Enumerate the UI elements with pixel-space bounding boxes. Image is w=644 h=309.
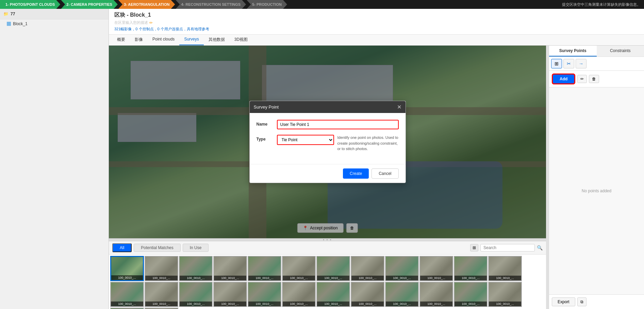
copy-button[interactable]: ⧉ <box>577 297 587 306</box>
photo-thumb-r2-10[interactable]: 100_0010_... <box>419 282 453 307</box>
photo-strip-area: All Potential Matches In Use ⊞ 🔍 <box>109 241 546 309</box>
photo-label-8: 100_0010_... <box>351 276 384 280</box>
scissor-button[interactable]: ✂ <box>563 59 574 68</box>
photo-label-12: 100_0010_... <box>489 276 521 280</box>
strip-tab-all[interactable]: All <box>112 243 132 252</box>
tab-otherdata[interactable]: 其他数据 <box>204 35 230 45</box>
photo-label-4: 100_0010_... <box>214 276 246 280</box>
cancel-button[interactable]: Cancel <box>371 168 398 179</box>
tab-overview[interactable]: 概要 <box>112 35 130 45</box>
sidebar-header: 📁 77 <box>0 9 109 19</box>
scissors-icon: ✂ <box>567 61 571 66</box>
block-title: 区块 - Block_1 <box>114 12 639 19</box>
trash-small-icon: 🗑 <box>592 77 596 81</box>
search-icon: 🔍 <box>537 245 543 250</box>
photo-thumb-4[interactable]: 100_0010_... <box>213 256 247 281</box>
arrow-icon: → <box>579 61 583 66</box>
nav-step-1[interactable]: 1- PHOTOS/POINT CLOUDS <box>0 0 60 9</box>
nav-step-3[interactable]: 3- AEROTRIANGULATION <box>118 0 175 9</box>
grid-view-button[interactable]: ⊞ <box>551 59 562 68</box>
tab-surveys[interactable]: Surveys <box>179 35 203 45</box>
export-button[interactable]: Export <box>552 297 575 306</box>
block-info: 321幅影像，0 个控制点，0 个用户连接点，具有地理参考 <box>114 27 639 32</box>
add-button[interactable]: Add <box>553 75 574 83</box>
modal-close-button[interactable]: ✕ <box>397 104 401 110</box>
modal-body: Name Type Tie Point 3D GCP 2D GCP <box>250 113 406 164</box>
photo-thumb-3[interactable]: 100_0010_... <box>179 256 213 281</box>
photo-thumb-r2-7[interactable]: 100_0010_... <box>316 282 350 307</box>
photo-thumb-r2-11[interactable]: 100_0010_... <box>454 282 488 307</box>
photo-label-9: 100_0010_... <box>386 276 418 280</box>
search-input[interactable] <box>480 244 535 251</box>
type-select[interactable]: Tie Point 3D GCP 2D GCP Check Point <box>277 135 334 145</box>
survey-point-modal: Survey Point ✕ Name Type <box>249 101 406 183</box>
photo-label-r2-11: 100_0010_... <box>455 302 487 306</box>
photo-thumb-11[interactable]: 100_0010_... <box>454 256 488 281</box>
tab-images[interactable]: 影像 <box>130 35 148 45</box>
photo-thumb-r2-9[interactable]: 100_0010_... <box>385 282 419 307</box>
photo-label-r2-7: 100_0010_... <box>317 302 349 306</box>
photo-label-11: 100_0010_... <box>455 276 487 280</box>
photo-thumb-10[interactable]: 100_0010_... <box>419 256 453 281</box>
modal-footer: Create Cancel <box>250 164 406 183</box>
nav-step-4[interactable]: 4- RECONSTRUCTION SETTINGS <box>176 0 246 9</box>
block-color-indicator <box>7 22 11 26</box>
vertical-scrollbar[interactable] <box>546 46 549 309</box>
photo-thumb-r2-3[interactable]: 100_0010_... <box>179 282 213 307</box>
tab-pointclouds[interactable]: Point clouds <box>148 35 179 45</box>
nav-step-2[interactable]: 2- CAMERA PROPERTIES <box>61 0 118 9</box>
photo-strip-tabs: All Potential Matches In Use ⊞ 🔍 <box>109 241 546 255</box>
map-viewport[interactable]: 📍 Accept position 🗑 Survey Point ✕ <box>109 46 546 238</box>
photo-thumb-6[interactable]: 100_0010_... <box>282 256 316 281</box>
toolbar-icons: ⊞ ✂ → <box>549 57 644 71</box>
right-tab-constraints[interactable]: Constraints <box>597 46 644 56</box>
sidebar-item-block1[interactable]: Block_1 <box>0 19 109 28</box>
create-button[interactable]: Create <box>343 168 369 179</box>
name-label: Name <box>257 120 274 127</box>
photo-thumb-r2-1[interactable]: 100_0010_... <box>110 282 144 307</box>
main-layout: 📁 77 Block_1 区块 - Block_1 在区里输入您的描述 ✏ 32… <box>0 9 644 309</box>
photo-thumb-r2-4[interactable]: 100_0010_... <box>213 282 247 307</box>
photo-label-3: 100_0010_... <box>180 276 212 280</box>
photo-label-r2-6: 100_0010_... <box>283 302 315 306</box>
photo-thumb-r2-14[interactable]: 100_0010_... <box>145 308 178 309</box>
photo-thumb-r2-12[interactable]: 100_0010_... <box>488 282 522 307</box>
right-tab-survey-points[interactable]: Survey Points <box>549 46 597 56</box>
photo-thumb-9[interactable]: 100_0010_... <box>385 256 419 281</box>
photo-thumb-r2-13[interactable]: 100_0010_... <box>110 308 144 309</box>
tab-3dview[interactable]: 3D视图 <box>230 35 252 45</box>
arrow-button[interactable]: → <box>576 59 587 68</box>
drag-handle[interactable]: • • • <box>109 238 546 241</box>
strip-tab-potential[interactable]: Potential Matches <box>134 244 180 252</box>
filter-button[interactable]: ⊞ <box>470 244 478 251</box>
photo-grid-row2: 100_0010_... 100_0010_... 100_0010_... <box>109 282 546 309</box>
nav-step-5[interactable]: 5- PRODUCTION <box>247 0 287 9</box>
photo-label-2: 100_0010_... <box>145 276 178 280</box>
photo-label-6: 100_0010_... <box>283 276 315 280</box>
edit-small-button[interactable]: ✏ <box>577 75 587 83</box>
photo-thumb-r2-8[interactable]: 100_0010_... <box>351 282 384 307</box>
photo-grid-row1: 100_0010_... 100_0010_... 100_0010_... <box>109 255 546 282</box>
map-area[interactable]: 📍 Accept position 🗑 Survey Point ✕ <box>109 46 546 309</box>
photo-thumb-r2-5[interactable]: 100_0010_... <box>248 282 281 307</box>
photo-label-r2-8: 100_0010_... <box>351 302 384 306</box>
photo-label-r2-2: 100_0010_... <box>145 302 178 306</box>
photo-thumb-12[interactable]: 100_0010_... <box>488 256 522 281</box>
name-input[interactable] <box>277 120 399 129</box>
photo-label-r2-4: 100_0010_... <box>214 302 246 306</box>
edit-description-icon[interactable]: ✏ <box>149 20 153 25</box>
strip-tab-inuse[interactable]: In Use <box>183 244 209 252</box>
photo-thumb-5[interactable]: 100_0010_... <box>248 256 281 281</box>
photo-thumb-7[interactable]: 100_0010_... <box>316 256 350 281</box>
delete-small-button[interactable]: 🗑 <box>589 75 599 83</box>
copy-icon: ⧉ <box>580 299 583 304</box>
photo-thumb-8[interactable]: 100_0010_... <box>351 256 384 281</box>
photo-thumb-2[interactable]: 100_0010_... <box>145 256 178 281</box>
no-points-message: No points added <box>549 87 644 294</box>
photo-thumb-1[interactable]: 100_0010_... <box>110 256 144 281</box>
photo-thumb-r2-6[interactable]: 100_0010_... <box>282 282 316 307</box>
grid-icon: ⊞ <box>555 61 559 66</box>
photo-label-r2-5: 100_0010_... <box>248 302 281 306</box>
add-btn-wrapper: Add <box>552 74 575 84</box>
photo-thumb-r2-2[interactable]: 100_0010_... <box>145 282 178 307</box>
